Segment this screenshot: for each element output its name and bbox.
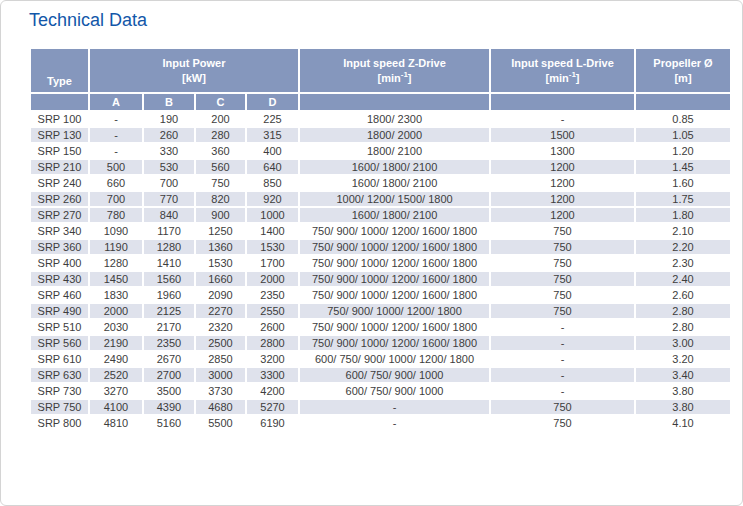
cell-power-a: 1190 bbox=[89, 239, 143, 255]
table-row: SRP 360 1190 1280 1360 1530 750/ 900/ 10… bbox=[30, 239, 731, 255]
cell-z-drive-speed: 600/ 750/ 900/ 1000 bbox=[299, 383, 490, 399]
cell-power-c: 200 bbox=[195, 111, 246, 127]
subheader-empty-l-drive bbox=[490, 93, 635, 111]
cell-z-drive-speed: 750/ 900/ 1000/ 1200/ 1600/ 1800 bbox=[299, 239, 490, 255]
cell-power-b: 1170 bbox=[143, 223, 195, 239]
cell-power-d: 1530 bbox=[246, 239, 299, 255]
z-drive-label: Input speed Z-Drive bbox=[343, 57, 446, 69]
cell-propeller-diameter: 1.75 bbox=[635, 191, 731, 207]
cell-power-c: 3000 bbox=[195, 367, 246, 383]
cell-power-a: 700 bbox=[89, 191, 143, 207]
cell-propeller-diameter: 3.40 bbox=[635, 367, 731, 383]
propeller-label: Propeller Ø bbox=[653, 57, 712, 69]
z-drive-unit: [min-1] bbox=[378, 72, 412, 84]
cell-power-c: 2320 bbox=[195, 319, 246, 335]
cell-z-drive-speed: 750/ 900/ 1000/ 1200/ 1800 bbox=[299, 303, 490, 319]
cell-power-d: 1700 bbox=[246, 255, 299, 271]
table-row: SRP 130 - 260 280 315 1800/ 2000 1500 1.… bbox=[30, 127, 731, 143]
cell-power-c: 2270 bbox=[195, 303, 246, 319]
cell-l-drive-speed: 1200 bbox=[490, 159, 635, 175]
screenshot-frame: Technical Data Type Input Power [kW] Inp… bbox=[0, 0, 743, 506]
table-row: SRP 630 2520 2700 3000 3300 600/ 750/ 90… bbox=[30, 367, 731, 383]
cell-type: SRP 730 bbox=[30, 383, 89, 399]
cell-power-d: 1400 bbox=[246, 223, 299, 239]
cell-propeller-diameter: 3.80 bbox=[635, 383, 731, 399]
cell-type: SRP 100 bbox=[30, 111, 89, 127]
table-row: SRP 510 2030 2170 2320 2600 750/ 900/ 10… bbox=[30, 319, 731, 335]
cell-power-b: 840 bbox=[143, 207, 195, 223]
cell-power-a: 660 bbox=[89, 175, 143, 191]
cell-power-a: 4100 bbox=[89, 399, 143, 415]
cell-l-drive-speed: 750 bbox=[490, 415, 635, 431]
table-row: SRP 730 3270 3500 3730 4200 600/ 750/ 90… bbox=[30, 383, 731, 399]
cell-power-b: 2670 bbox=[143, 351, 195, 367]
cell-type: SRP 240 bbox=[30, 175, 89, 191]
subheader-empty-z-drive bbox=[299, 93, 490, 111]
column-header-type: Type bbox=[30, 48, 89, 93]
cell-type: SRP 560 bbox=[30, 335, 89, 351]
cell-power-d: 1000 bbox=[246, 207, 299, 223]
cell-z-drive-speed: 1600/ 1800/ 2100 bbox=[299, 207, 490, 223]
subheader-col-b: B bbox=[143, 93, 195, 111]
cell-z-drive-speed: - bbox=[299, 415, 490, 431]
cell-power-d: 3200 bbox=[246, 351, 299, 367]
cell-l-drive-speed: 750 bbox=[490, 239, 635, 255]
cell-type: SRP 630 bbox=[30, 367, 89, 383]
cell-power-c: 2500 bbox=[195, 335, 246, 351]
cell-l-drive-speed: 750 bbox=[490, 223, 635, 239]
cell-power-c: 820 bbox=[195, 191, 246, 207]
table-row: SRP 150 - 330 360 400 1800/ 2100 1300 1.… bbox=[30, 143, 731, 159]
cell-z-drive-speed: 750/ 900/ 1000/ 1200/ 1600/ 1800 bbox=[299, 335, 490, 351]
cell-power-b: 3500 bbox=[143, 383, 195, 399]
cell-propeller-diameter: 4.10 bbox=[635, 415, 731, 431]
cell-z-drive-speed: 750/ 900/ 1000/ 1200/ 1600/ 1800 bbox=[299, 319, 490, 335]
cell-power-a: 500 bbox=[89, 159, 143, 175]
cell-propeller-diameter: 3.80 bbox=[635, 399, 731, 415]
cell-type: SRP 210 bbox=[30, 159, 89, 175]
page-title: Technical Data bbox=[29, 10, 147, 31]
l-drive-label: Input speed L-Drive bbox=[511, 57, 614, 69]
cell-propeller-diameter: 1.80 bbox=[635, 207, 731, 223]
cell-power-c: 2090 bbox=[195, 287, 246, 303]
cell-propeller-diameter: 2.80 bbox=[635, 319, 731, 335]
cell-power-d: 225 bbox=[246, 111, 299, 127]
subheader-col-a: A bbox=[89, 93, 143, 111]
cell-propeller-diameter: 0.85 bbox=[635, 111, 731, 127]
input-power-unit: [kW] bbox=[182, 72, 206, 84]
cell-power-b: 2700 bbox=[143, 367, 195, 383]
table-row: SRP 460 1830 1960 2090 2350 750/ 900/ 10… bbox=[30, 287, 731, 303]
cell-propeller-diameter: 2.40 bbox=[635, 271, 731, 287]
cell-type: SRP 130 bbox=[30, 127, 89, 143]
propeller-unit: [m] bbox=[674, 72, 691, 84]
cell-power-d: 4200 bbox=[246, 383, 299, 399]
cell-power-a: 2000 bbox=[89, 303, 143, 319]
cell-power-b: 530 bbox=[143, 159, 195, 175]
cell-z-drive-speed: - bbox=[299, 399, 490, 415]
cell-power-a: 4810 bbox=[89, 415, 143, 431]
subheader-empty-type bbox=[30, 93, 89, 111]
cell-type: SRP 430 bbox=[30, 271, 89, 287]
table-body: SRP 100 - 190 200 225 1800/ 2300 - 0.85 … bbox=[30, 111, 731, 431]
cell-power-b: 1560 bbox=[143, 271, 195, 287]
table-row: SRP 260 700 770 820 920 1000/ 1200/ 1500… bbox=[30, 191, 731, 207]
cell-power-d: 640 bbox=[246, 159, 299, 175]
cell-power-c: 900 bbox=[195, 207, 246, 223]
cell-power-a: 2490 bbox=[89, 351, 143, 367]
cell-power-b: 1410 bbox=[143, 255, 195, 271]
cell-propeller-diameter: 3.00 bbox=[635, 335, 731, 351]
cell-power-b: 190 bbox=[143, 111, 195, 127]
column-header-z-drive: Input speed Z-Drive [min-1] bbox=[299, 48, 490, 93]
cell-power-c: 1660 bbox=[195, 271, 246, 287]
cell-z-drive-speed: 600/ 750/ 900/ 1000 bbox=[299, 367, 490, 383]
cell-power-a: 3270 bbox=[89, 383, 143, 399]
cell-l-drive-speed: 750 bbox=[490, 303, 635, 319]
table-row: SRP 270 780 840 900 1000 1600/ 1800/ 210… bbox=[30, 207, 731, 223]
table-row: SRP 430 1450 1560 1660 2000 750/ 900/ 10… bbox=[30, 271, 731, 287]
cell-l-drive-speed: - bbox=[490, 335, 635, 351]
cell-l-drive-speed: 1200 bbox=[490, 191, 635, 207]
cell-power-b: 5160 bbox=[143, 415, 195, 431]
cell-power-b: 1280 bbox=[143, 239, 195, 255]
cell-l-drive-speed: 1300 bbox=[490, 143, 635, 159]
table-row: SRP 490 2000 2125 2270 2550 750/ 900/ 10… bbox=[30, 303, 731, 319]
cell-l-drive-speed: 750 bbox=[490, 399, 635, 415]
